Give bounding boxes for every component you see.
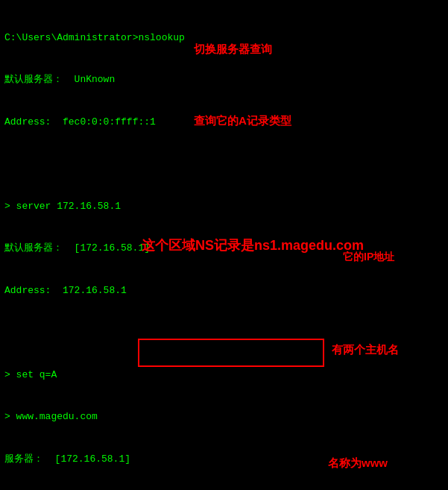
ns-record-label: 这个区域NS记录是 xyxy=(142,238,254,253)
line-9: > set q=A xyxy=(4,368,444,383)
line-7: Address: 172.16.58.1 xyxy=(4,284,444,298)
line-4 xyxy=(4,157,444,172)
line-2: 默认服务器： UnKnown xyxy=(4,73,444,87)
annotation-switch-server: 切换服务器查询 xyxy=(194,43,272,57)
annotation-ip-label: 它的IP地址 xyxy=(343,251,394,264)
annotation-www-label: 名称为www xyxy=(328,456,388,471)
ptr-names-box xyxy=(138,339,324,367)
line-5: > server 172.16.58.1 xyxy=(4,200,444,214)
annotation-query-a-record: 查询它的A记录类型 xyxy=(194,114,291,128)
annotation-two-hostnames: 有两个主机名 xyxy=(332,343,399,357)
annotation-ns-record: 这个区域NS记录是ns1.magedu.com xyxy=(142,236,364,254)
line-10: > www.magedu.com xyxy=(4,410,444,424)
